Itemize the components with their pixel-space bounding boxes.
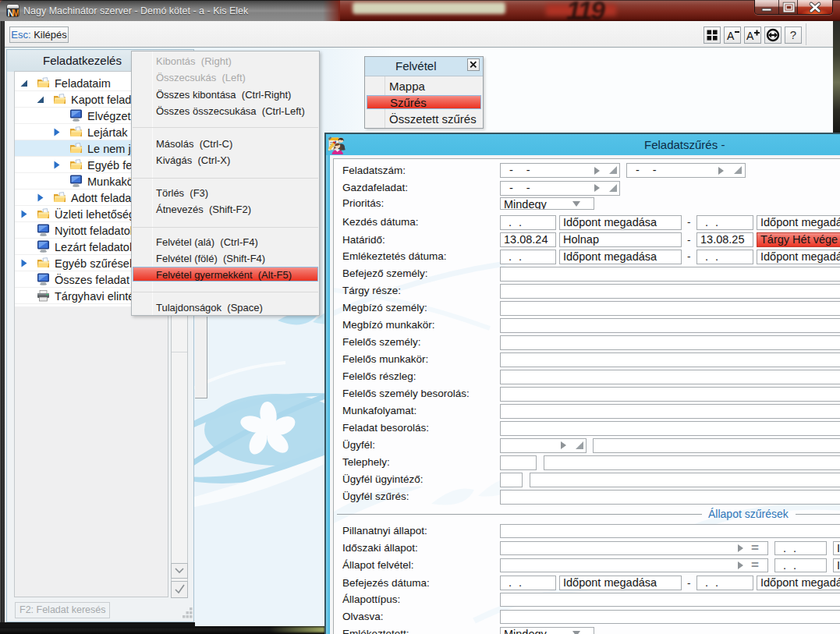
svg-text:A: A bbox=[727, 30, 735, 42]
svg-text:A: A bbox=[746, 30, 754, 42]
